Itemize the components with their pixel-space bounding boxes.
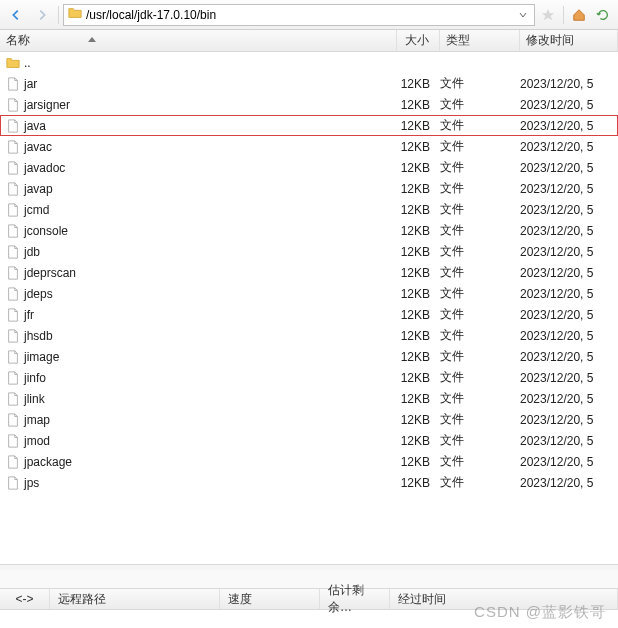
file-icon [6, 245, 24, 259]
file-row[interactable]: jimage12KB文件2023/12/20, 5 [0, 346, 618, 367]
file-icon [6, 98, 24, 112]
file-row[interactable]: jconsole12KB文件2023/12/20, 5 [0, 220, 618, 241]
file-date: 2023/12/20, 5 [520, 476, 618, 490]
col-elapsed[interactable]: 经过时间 [390, 589, 618, 609]
file-name: jlink [24, 392, 397, 406]
path-input-box[interactable] [63, 4, 535, 26]
file-size: 12KB [397, 245, 440, 259]
file-size: 12KB [397, 371, 440, 385]
file-date: 2023/12/20, 5 [520, 287, 618, 301]
file-date: 2023/12/20, 5 [520, 371, 618, 385]
file-row[interactable]: jlink12KB文件2023/12/20, 5 [0, 388, 618, 409]
forward-button[interactable] [30, 4, 54, 26]
file-type: 文件 [440, 411, 520, 428]
file-row[interactable]: javac12KB文件2023/12/20, 5 [0, 136, 618, 157]
file-size: 12KB [397, 98, 440, 112]
folder-icon [68, 6, 82, 23]
separator [563, 6, 564, 24]
file-type: 文件 [440, 474, 520, 491]
bookmark-icon[interactable] [537, 4, 559, 26]
folder-icon [6, 56, 24, 70]
file-name: .. [24, 56, 397, 70]
col-name[interactable]: 名称 [0, 30, 397, 51]
file-name: javadoc [24, 161, 397, 175]
col-remote[interactable]: 远程路径 [50, 589, 220, 609]
file-date: 2023/12/20, 5 [520, 119, 618, 133]
file-list[interactable]: .. jar12KB文件2023/12/20, 5jarsigner12KB文件… [0, 52, 618, 564]
col-direction[interactable]: <-> [0, 589, 50, 609]
transfer-header: <-> 远程路径 速度 估计剩余… 经过时间 [0, 588, 618, 610]
file-row[interactable]: javap12KB文件2023/12/20, 5 [0, 178, 618, 199]
file-icon [6, 203, 24, 217]
col-date[interactable]: 修改时间 [520, 30, 618, 51]
file-type: 文件 [440, 180, 520, 197]
file-size: 12KB [397, 455, 440, 469]
file-size: 12KB [397, 140, 440, 154]
file-icon [6, 140, 24, 154]
toolbar [0, 0, 618, 30]
file-type: 文件 [440, 222, 520, 239]
file-type: 文件 [440, 390, 520, 407]
file-size: 12KB [397, 77, 440, 91]
file-name: jfr [24, 308, 397, 322]
col-speed[interactable]: 速度 [220, 589, 320, 609]
file-row[interactable]: jmod12KB文件2023/12/20, 5 [0, 430, 618, 451]
col-size[interactable]: 大小 [397, 30, 440, 51]
file-icon [6, 287, 24, 301]
file-date: 2023/12/20, 5 [520, 350, 618, 364]
file-type: 文件 [440, 432, 520, 449]
file-icon [6, 455, 24, 469]
file-row[interactable]: jps12KB文件2023/12/20, 5 [0, 472, 618, 493]
file-size: 12KB [397, 182, 440, 196]
file-date: 2023/12/20, 5 [520, 140, 618, 154]
col-type[interactable]: 类型 [440, 30, 520, 51]
file-icon [6, 413, 24, 427]
file-row[interactable]: java12KB文件2023/12/20, 5 [0, 115, 618, 136]
path-input[interactable] [86, 8, 512, 22]
file-type: 文件 [440, 348, 520, 365]
file-date: 2023/12/20, 5 [520, 77, 618, 91]
parent-dir-row[interactable]: .. [0, 52, 618, 73]
home-icon[interactable] [568, 4, 590, 26]
file-date: 2023/12/20, 5 [520, 308, 618, 322]
file-date: 2023/12/20, 5 [520, 266, 618, 280]
file-name: jmap [24, 413, 397, 427]
file-row[interactable]: jdeps12KB文件2023/12/20, 5 [0, 283, 618, 304]
file-type: 文件 [440, 138, 520, 155]
file-size: 12KB [397, 434, 440, 448]
file-name: jdeprscan [24, 266, 397, 280]
file-date: 2023/12/20, 5 [520, 224, 618, 238]
file-row[interactable]: jar12KB文件2023/12/20, 5 [0, 73, 618, 94]
status-bar [0, 570, 618, 588]
file-type: 文件 [440, 306, 520, 323]
file-row[interactable]: jhsdb12KB文件2023/12/20, 5 [0, 325, 618, 346]
file-row[interactable]: jinfo12KB文件2023/12/20, 5 [0, 367, 618, 388]
file-row[interactable]: jmap12KB文件2023/12/20, 5 [0, 409, 618, 430]
file-row[interactable]: jdb12KB文件2023/12/20, 5 [0, 241, 618, 262]
file-icon [6, 308, 24, 322]
file-date: 2023/12/20, 5 [520, 434, 618, 448]
col-eta[interactable]: 估计剩余… [320, 589, 390, 609]
file-name: javac [24, 140, 397, 154]
file-name: jarsigner [24, 98, 397, 112]
refresh-icon[interactable] [592, 4, 614, 26]
path-dropdown-icon[interactable] [516, 11, 530, 19]
file-row[interactable]: jarsigner12KB文件2023/12/20, 5 [0, 94, 618, 115]
file-row[interactable]: jdeprscan12KB文件2023/12/20, 5 [0, 262, 618, 283]
file-date: 2023/12/20, 5 [520, 413, 618, 427]
file-row[interactable]: jfr12KB文件2023/12/20, 5 [0, 304, 618, 325]
file-size: 12KB [397, 161, 440, 175]
file-row[interactable]: jpackage12KB文件2023/12/20, 5 [0, 451, 618, 472]
file-row[interactable]: jcmd12KB文件2023/12/20, 5 [0, 199, 618, 220]
file-date: 2023/12/20, 5 [520, 98, 618, 112]
file-icon [6, 161, 24, 175]
file-size: 12KB [397, 476, 440, 490]
file-row[interactable]: javadoc12KB文件2023/12/20, 5 [0, 157, 618, 178]
file-type: 文件 [440, 117, 520, 134]
file-name: jinfo [24, 371, 397, 385]
file-icon [6, 182, 24, 196]
file-name: java [24, 119, 397, 133]
back-button[interactable] [4, 4, 28, 26]
file-name: jpackage [24, 455, 397, 469]
file-type: 文件 [440, 75, 520, 92]
